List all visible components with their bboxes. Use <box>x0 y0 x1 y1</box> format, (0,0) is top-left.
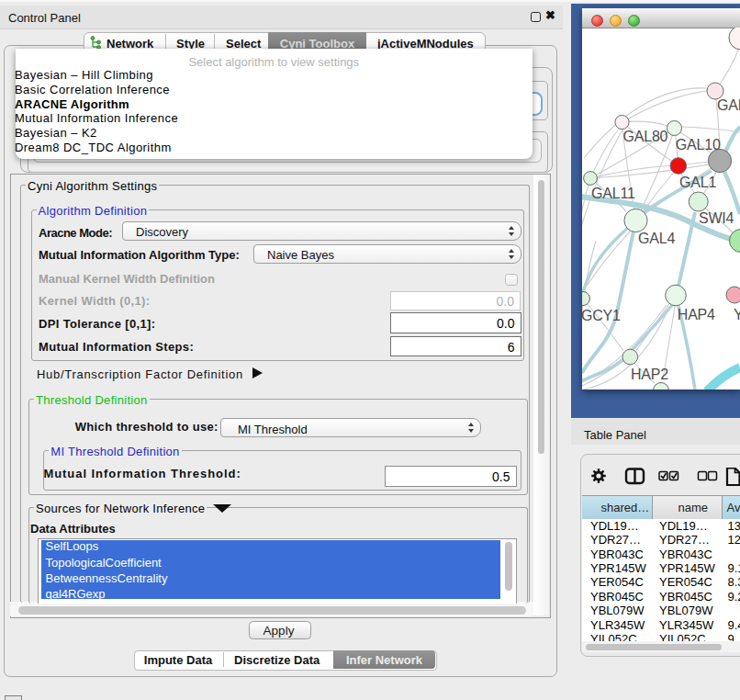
svg-text:GAL4: GAL4 <box>638 231 675 246</box>
svg-text:HAP4: HAP4 <box>678 307 715 322</box>
svg-text:GAL10: GAL10 <box>676 137 721 152</box>
svg-text:GAL7: GAL7 <box>717 97 740 113</box>
svg-text:HAP2: HAP2 <box>631 367 668 382</box>
svg-text:GAL80: GAL80 <box>623 129 668 144</box>
svg-text:GAL1: GAL1 <box>679 175 716 190</box>
svg-text:GAL11: GAL11 <box>591 186 635 201</box>
svg-text:SWI4: SWI4 <box>699 210 734 226</box>
svg-text:GCY1: GCY1 <box>582 308 621 323</box>
svg-text:Y: Y <box>734 307 740 322</box>
